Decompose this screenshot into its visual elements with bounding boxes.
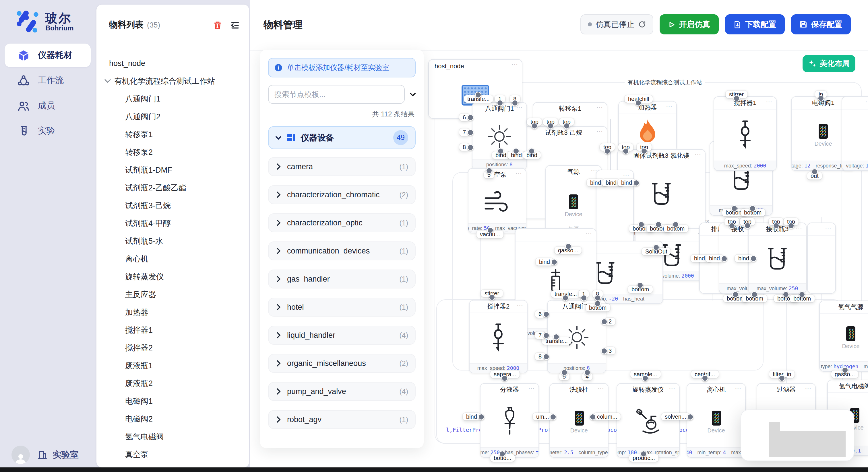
port-handle[interactable] xyxy=(601,347,608,354)
sidebar-item-cube[interactable]: 仪器耗材 xyxy=(5,43,91,67)
port-chip-gasso[interactable]: gasso... xyxy=(831,370,858,378)
port-handle[interactable] xyxy=(773,223,779,229)
node-menu-icon[interactable]: ⋯ xyxy=(666,103,673,110)
port-handle[interactable] xyxy=(673,222,679,228)
port-chip-1[interactable]: 1 xyxy=(495,95,505,103)
port-handle[interactable] xyxy=(581,295,587,301)
port-chip-bottom[interactable]: bottom xyxy=(742,295,767,302)
download-config-button[interactable]: 下载配置 xyxy=(725,14,785,34)
port-chip-bottom[interactable]: bottom xyxy=(741,209,765,216)
port-chip-2[interactable]: 2 xyxy=(605,318,615,325)
canvas-node-搅拌器1[interactable]: 搅拌器1⋯max_speed: 2000 xyxy=(714,96,777,171)
port-handle[interactable] xyxy=(551,259,557,265)
port-chip-top[interactable]: top xyxy=(527,118,542,126)
port-chip-out[interactable]: out xyxy=(807,172,822,179)
port-chip-4[interactable]: 4 xyxy=(582,373,592,380)
port-handle[interactable] xyxy=(486,167,492,174)
port-handle[interactable] xyxy=(478,413,485,420)
port-chip-7[interactable]: 7 xyxy=(459,129,469,136)
refresh-icon[interactable] xyxy=(639,21,646,28)
tree-item[interactable]: 真空泵 xyxy=(96,446,249,463)
node-menu-icon[interactable]: ⋯ xyxy=(669,385,676,392)
port-chip-top[interactable]: top xyxy=(600,143,615,151)
port-chip-1[interactable]: 1 xyxy=(579,290,589,298)
port-chip-6[interactable]: 6 xyxy=(459,113,469,121)
canvas-node-八通阀门1[interactable]: 八通阀门1⋯positions: 8 xyxy=(472,102,527,170)
node-menu-icon[interactable]: ⋯ xyxy=(596,104,603,111)
node-menu-icon[interactable]: ⋯ xyxy=(865,98,868,105)
port-chip-5[interactable]: 5 xyxy=(484,171,494,178)
port-handle[interactable] xyxy=(818,95,824,102)
port-handle[interactable] xyxy=(744,223,751,229)
port-chip-stirrer[interactable]: stirrer xyxy=(481,290,503,297)
template-item-pump_and_valve[interactable]: pump_and_valve(4) xyxy=(268,382,415,401)
canvas-node-气源[interactable]: 气源⋯Device气源 xyxy=(546,165,601,234)
port-handle[interactable] xyxy=(733,95,740,102)
port-chip-vacuu[interactable]: vacuu... xyxy=(476,231,503,238)
canvas-node-旋转蒸发仪[interactable]: 旋转蒸发仪⋯temp: 180max_rotation_spe xyxy=(617,383,680,458)
port-chip-produc[interactable]: produc... xyxy=(629,454,658,462)
port-chip-centrif[interactable]: centrif... xyxy=(691,370,718,378)
tree-item[interactable]: 八通阀门1 xyxy=(96,90,249,108)
tree-item[interactable]: 加热器 xyxy=(96,303,249,321)
port-handle[interactable] xyxy=(584,369,590,376)
canvas-node[interactable]: ⋯ xyxy=(807,223,836,294)
port-handle[interactable] xyxy=(543,353,549,360)
port-handle[interactable] xyxy=(750,255,756,262)
port-chip-bottom[interactable]: bottom xyxy=(790,295,814,302)
port-chip-sample[interactable]: sample... xyxy=(630,370,660,378)
port-handle[interactable] xyxy=(543,332,549,338)
port-chip-8[interactable]: 8 xyxy=(510,95,520,103)
canvas-node-氢气气源[interactable]: 氢气气源⋯Device_type: hydrogenmax_pre xyxy=(819,301,868,372)
template-item-organic_miscellaneous[interactable]: organic_miscellaneous(2) xyxy=(268,354,415,373)
port-handle[interactable] xyxy=(563,295,569,301)
port-handle[interactable] xyxy=(475,92,482,98)
node-menu-icon[interactable]: ⋯ xyxy=(528,385,535,392)
sim-status-pill[interactable]: 仿真已停止 xyxy=(580,14,653,34)
port-chip-transfe[interactable]: transfe... xyxy=(551,290,580,298)
delete-icon[interactable] xyxy=(212,20,223,30)
tree-item[interactable]: 试剂瓶3-己烷 xyxy=(96,197,249,214)
port-handle[interactable] xyxy=(563,123,570,129)
port-chip-8[interactable]: 8 xyxy=(592,290,602,298)
tree-item[interactable]: 电磁阀1 xyxy=(96,392,249,410)
port-chip-gasso[interactable]: gasso... xyxy=(555,247,582,254)
template-item-camera[interactable]: camera(1) xyxy=(268,157,415,176)
port-handle[interactable] xyxy=(729,223,735,229)
port-handle[interactable] xyxy=(499,451,506,457)
node-menu-icon[interactable]: ⋯ xyxy=(735,385,742,392)
template-item-communication_devices[interactable]: communication_devices(1) xyxy=(268,241,415,260)
node-menu-icon[interactable]: ⋯ xyxy=(796,224,803,232)
template-item-hotel[interactable]: hotel(1) xyxy=(268,298,415,316)
port-chip-stirrer[interactable]: stirrer xyxy=(725,91,747,98)
port-chip-5[interactable]: 5 xyxy=(559,373,569,380)
tree-item[interactable]: 八通阀门2 xyxy=(96,108,249,126)
port-chip-filterin[interactable]: filter_in xyxy=(769,370,795,378)
port-chip-bottom[interactable]: bottom xyxy=(628,285,652,293)
port-chip-top[interactable]: top xyxy=(559,118,574,126)
port-chip-top[interactable]: top xyxy=(724,218,739,225)
port-chip-top[interactable]: top xyxy=(769,218,784,225)
port-handle[interactable] xyxy=(639,222,645,228)
port-handle[interactable] xyxy=(547,123,554,129)
port-chip-bind[interactable]: bind xyxy=(618,179,636,187)
tree-item[interactable]: 试剂瓶2-乙酸乙酯 xyxy=(96,179,249,197)
port-handle[interactable] xyxy=(489,294,495,301)
node-menu-icon[interactable]: ⋯ xyxy=(623,171,630,179)
search-input[interactable] xyxy=(268,85,405,104)
port-chip-top[interactable]: top xyxy=(784,218,799,225)
tree-item[interactable]: 搅拌器2 xyxy=(96,339,249,357)
port-handle[interactable] xyxy=(641,451,647,457)
template-item-characterization_chromatic[interactable]: characterization_chromatic(2) xyxy=(268,185,415,204)
port-chip-6[interactable]: 6 xyxy=(535,310,545,318)
port-chip-bind[interactable]: bind xyxy=(536,258,553,266)
port-chip-colum[interactable]: colum... xyxy=(594,413,621,420)
port-chip-bottom[interactable]: bottom xyxy=(663,225,688,232)
category-instrument-devices[interactable]: 仪器设备 49 xyxy=(268,126,415,149)
port-handle[interactable] xyxy=(497,100,503,106)
port-chip-top[interactable]: top xyxy=(637,143,652,151)
port-handle[interactable] xyxy=(623,148,629,154)
port-handle[interactable] xyxy=(721,255,727,262)
port-chip-heatchill[interactable]: heatchill xyxy=(625,95,652,103)
node-menu-icon[interactable]: ⋯ xyxy=(598,385,604,392)
